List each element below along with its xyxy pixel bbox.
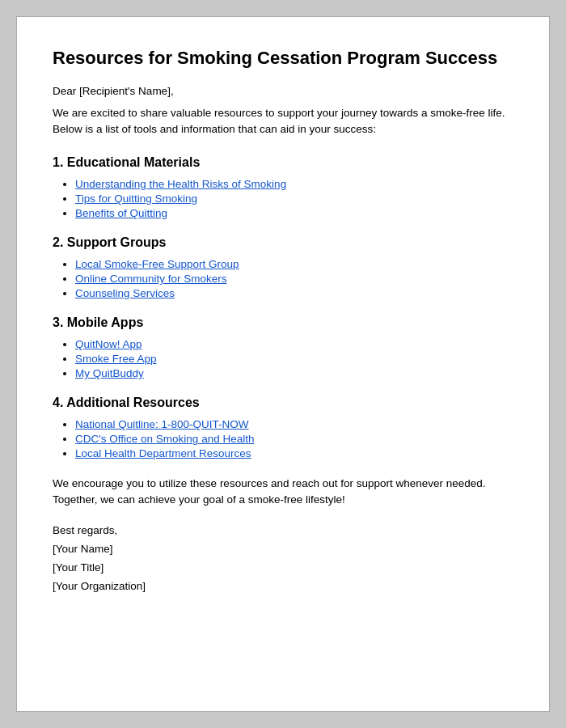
list-item: Counseling Services — [75, 287, 513, 299]
resource-link-3-3[interactable]: My QuitBuddy — [75, 367, 144, 379]
signature-block: Best regards, [Your Name] [Your Title] [… — [53, 522, 513, 596]
page-container: Resources for Smoking Cessation Program … — [16, 16, 550, 712]
signature-line1: Best regards, — [53, 524, 117, 536]
intro-text: We are excited to share valuable resourc… — [53, 105, 513, 138]
section-heading-2: 2. Support Groups — [53, 235, 513, 250]
list-item: Local Smoke-Free Support Group — [75, 258, 513, 270]
section-1: 1. Educational MaterialsUnderstanding th… — [53, 155, 513, 219]
page-title: Resources for Smoking Cessation Program … — [53, 46, 513, 70]
resource-list-4: National Quitline: 1-800-QUIT-NOWCDC's O… — [53, 418, 513, 459]
list-item: My QuitBuddy — [75, 367, 513, 379]
resource-link-4-1[interactable]: National Quitline: 1-800-QUIT-NOW — [75, 418, 249, 430]
list-item: National Quitline: 1-800-QUIT-NOW — [75, 418, 513, 430]
section-heading-1: 1. Educational Materials — [53, 155, 513, 170]
sections-container: 1. Educational MaterialsUnderstanding th… — [53, 155, 513, 459]
signature-line4: [Your Organization] — [53, 580, 146, 592]
list-item: Understanding the Health Risks of Smokin… — [75, 178, 513, 190]
list-item: Tips for Quitting Smoking — [75, 193, 513, 205]
signature-line2: [Your Name] — [53, 543, 113, 555]
resource-link-1-1[interactable]: Understanding the Health Risks of Smokin… — [75, 178, 286, 190]
list-item: QuitNow! App — [75, 338, 513, 350]
resource-link-1-2[interactable]: Tips for Quitting Smoking — [75, 193, 197, 205]
list-item: CDC's Office on Smoking and Health — [75, 433, 513, 445]
resource-link-2-2[interactable]: Online Community for Smokers — [75, 273, 227, 285]
section-heading-4: 4. Additional Resources — [53, 396, 513, 410]
resource-list-1: Understanding the Health Risks of Smokin… — [53, 178, 513, 219]
signature-line3: [Your Title] — [53, 561, 103, 574]
resource-link-1-3[interactable]: Benefits of Quitting — [75, 207, 167, 219]
section-3: 3. Mobile AppsQuitNow! AppSmoke Free App… — [53, 315, 513, 379]
list-item: Local Health Department Resources — [75, 447, 513, 459]
closing-text: We encourage you to utilize these resour… — [53, 476, 513, 509]
list-item: Benefits of Quitting — [75, 207, 513, 219]
resource-link-3-2[interactable]: Smoke Free App — [75, 353, 157, 365]
section-2: 2. Support GroupsLocal Smoke-Free Suppor… — [53, 235, 513, 299]
resource-link-4-2[interactable]: CDC's Office on Smoking and Health — [75, 433, 254, 445]
list-item: Online Community for Smokers — [75, 273, 513, 285]
list-item: Smoke Free App — [75, 353, 513, 365]
greeting-text: Dear [Recipient's Name], — [53, 85, 513, 97]
resource-link-2-3[interactable]: Counseling Services — [75, 287, 175, 299]
resource-list-3: QuitNow! AppSmoke Free AppMy QuitBuddy — [53, 338, 513, 379]
section-heading-3: 3. Mobile Apps — [53, 315, 513, 330]
section-4: 4. Additional ResourcesNational Quitline… — [53, 396, 513, 459]
resource-link-2-1[interactable]: Local Smoke-Free Support Group — [75, 258, 239, 270]
resource-link-3-1[interactable]: QuitNow! App — [75, 338, 142, 350]
resource-list-2: Local Smoke-Free Support GroupOnline Com… — [53, 258, 513, 299]
resource-link-4-3[interactable]: Local Health Department Resources — [75, 447, 251, 459]
